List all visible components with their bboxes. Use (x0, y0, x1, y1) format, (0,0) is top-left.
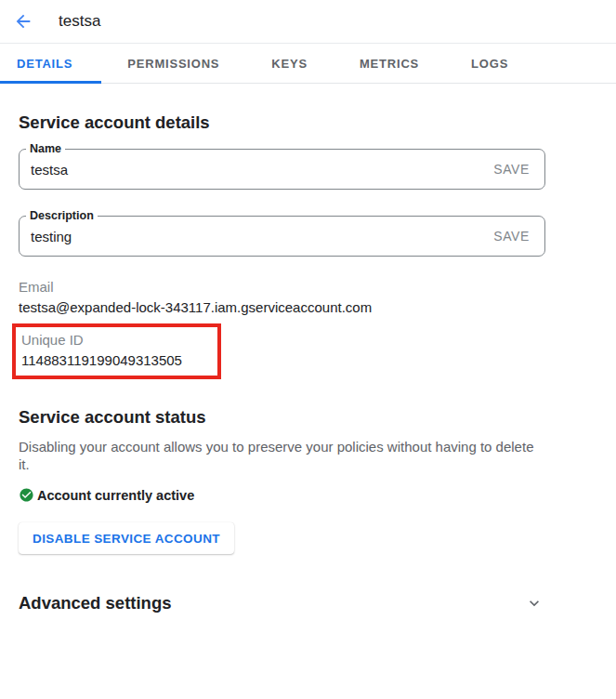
tab-permissions[interactable]: PERMISSIONS (101, 44, 245, 83)
description-field-label: Description (26, 209, 98, 222)
chevron-down-icon[interactable] (525, 594, 544, 613)
name-field-container: Name SAVE (19, 149, 545, 190)
email-value: testsa@expanded-lock-343117.iam.gservice… (19, 299, 545, 315)
email-block: Email testsa@expanded-lock-343117.iam.gs… (19, 279, 545, 315)
advanced-settings-expander[interactable]: Advanced settings (19, 593, 545, 613)
description-save-button[interactable]: SAVE (490, 227, 533, 245)
description-field-container: Description SAVE (19, 216, 545, 257)
name-save-button[interactable]: SAVE (490, 160, 533, 178)
name-field-label: Name (26, 142, 65, 155)
unique-id-label: Unique ID (21, 332, 182, 348)
description-input[interactable] (20, 229, 490, 244)
back-button[interactable] (12, 10, 34, 33)
tab-metrics[interactable]: METRICS (334, 44, 445, 83)
name-input[interactable] (20, 162, 490, 178)
status-heading: Service account status (19, 379, 545, 428)
page-header: testsa (0, 0, 616, 44)
disable-service-account-button[interactable]: DISABLE SERVICE ACCOUNT (19, 522, 234, 554)
arrow-back-icon (13, 11, 33, 32)
unique-id-value: 114883119199049313505 (21, 352, 182, 368)
tab-keys[interactable]: KEYS (245, 44, 334, 83)
account-status-row: Account currently active (19, 487, 545, 503)
account-active-label: Account currently active (37, 488, 194, 503)
status-description: Disabling your account allows you to pre… (19, 439, 539, 473)
unique-id-highlight-box: Unique ID 114883119199049313505 (12, 323, 221, 379)
tab-bar: DETAILS PERMISSIONS KEYS METRICS LOGS (0, 44, 616, 84)
advanced-settings-heading: Advanced settings (19, 593, 172, 613)
page-title: testsa (59, 12, 100, 31)
details-heading: Service account details (19, 84, 545, 133)
main-content: Service account details Name SAVE Descri… (19, 84, 545, 613)
tab-details[interactable]: DETAILS (0, 44, 101, 83)
check-circle-icon (19, 487, 34, 503)
email-label: Email (19, 279, 545, 295)
tab-logs[interactable]: LOGS (445, 44, 534, 83)
